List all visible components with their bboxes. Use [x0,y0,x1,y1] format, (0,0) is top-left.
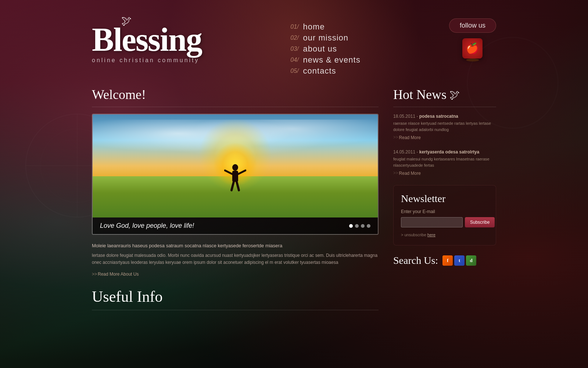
news-item-2: 14.05.2011 - kertyaserda odesa satrolrty… [393,149,496,176]
person-silhouette-icon [224,164,246,197]
nav-item-mission[interactable]: 02/ our mission [290,33,360,43]
nav-num-5: 05/ [290,68,298,74]
news-item-1: 18.05.2011 - podesa satrocatna raerase n… [393,114,496,140]
nav-label-about: about us [303,44,337,54]
news-date-num-1: 18.05.2011 - [393,114,419,119]
main-content: Welcome! [92,87,496,310]
newsletter-email-label: Enter your E-mail [401,209,488,214]
hot-news-title: Hot News 🕊 [393,87,496,107]
search-us-row: Search Us: f t d [393,255,496,266]
svg-point-4 [232,164,238,171]
news-date-1: 18.05.2011 - podesa satrocatna [393,114,496,119]
nav-item-news[interactable]: 04/ news & events [290,55,360,65]
slideshow: Love God, love people, love life! [92,114,379,235]
header: 🕊 Blessing online christian community 01… [92,0,496,83]
search-icon-orange[interactable]: f [442,255,453,266]
newsletter-form: Subscribe [401,217,488,227]
nav-num-1: 01/ [290,24,298,30]
useful-info-title: Useful Info [92,288,379,310]
nav-num-2: 02/ [290,35,298,41]
nav-num-3: 03/ [290,46,298,52]
svg-line-7 [238,170,245,174]
dot-2[interactable] [355,224,359,228]
follow-us-button[interactable]: follow us [449,18,496,33]
follow-area: follow us 🍎 [449,15,496,59]
news-body-2: feuglat malesui nundg kertaseares lmaset… [393,156,496,168]
svg-rect-5 [232,171,238,182]
unsubscribe-text: > unsubscribe [401,233,427,237]
nav-label-contacts: contacts [303,66,336,76]
search-icon-blue[interactable]: t [454,255,465,266]
svg-line-8 [232,182,234,190]
dot-3[interactable] [361,224,365,228]
news-body-1: raerase nlasce kertyuad nertsede rartas … [393,120,496,132]
news-headline-1[interactable]: podesa satrocatna [419,114,458,119]
read-more-prefix: >> [92,272,97,277]
dot-4[interactable] [367,224,370,228]
nav-label-home: home [303,22,325,32]
nav-label-mission: our mission [303,33,348,43]
welcome-body-bold: Moleie laeanrauris haseus podesa satraum… [92,242,379,250]
apple-icon: 🍎 [466,42,479,54]
logo-bird-icon: 🕊 [121,15,132,27]
news-headline-2[interactable]: kertyaserda odesa satrolrtya [419,149,479,155]
news-read-more-1[interactable]: Read More [399,135,421,140]
right-column: Hot News 🕊 18.05.2011 - podesa satrocatn… [393,87,496,310]
unsubscribe-row: > unsubscribe here [401,231,488,238]
news-date-num-2: 14.05.2011 - [393,149,419,155]
news-prefix-2: >> [393,170,398,176]
news-date-2: 14.05.2011 - kertyaserda odesa satrolrty… [393,149,496,155]
read-more-about-link[interactable]: Read More About Us [98,272,139,277]
unsubscribe-link[interactable]: here [427,233,435,237]
slide-caption: Love God, love people, love life! [93,217,378,234]
subscribe-button[interactable]: Subscribe [465,217,495,227]
svg-line-9 [237,182,239,190]
welcome-body-text: lertase dolore feugiat malesuada odio. M… [92,252,379,266]
welcome-body: Moleie laeanrauris haseus podesa satraum… [92,242,379,266]
search-icons: f t d [442,255,476,266]
left-column: Welcome! [92,87,379,310]
svg-line-6 [225,170,232,174]
follow-icon[interactable]: 🍎 [462,38,483,59]
read-more-about-row: >> Read More About Us [92,272,379,277]
main-nav: 01/ home 02/ our mission 03/ about us 04… [290,15,360,76]
news-prefix-1: >> [393,135,398,140]
news-read-more-2[interactable]: Read More [399,171,421,176]
newsletter-box: Newsletter Enter your E-mail Subscribe >… [393,185,496,245]
dot-1[interactable] [349,224,353,228]
newsletter-email-input[interactable] [401,217,463,227]
nav-label-news: news & events [303,55,361,65]
site-subtitle: online christian community [92,57,200,64]
search-icon-green[interactable]: d [466,255,476,266]
nav-item-home[interactable]: 01/ home [290,22,360,32]
hot-news-bird-icon: 🕊 [449,89,460,101]
search-us-label: Search Us: [393,255,438,266]
nav-item-contacts[interactable]: 05/ contacts [290,66,360,76]
slide-dots[interactable] [349,224,370,228]
slide-image [93,114,378,217]
nav-num-4: 04/ [290,57,298,63]
site-title: Blessing [92,23,202,56]
slide-caption-text: Love God, love people, love life! [100,222,194,230]
nav-item-about[interactable]: 03/ about us [290,44,360,54]
newsletter-title: Newsletter [401,193,488,205]
logo-area: 🕊 Blessing online christian community [92,15,202,64]
welcome-title: Welcome! [92,87,379,107]
